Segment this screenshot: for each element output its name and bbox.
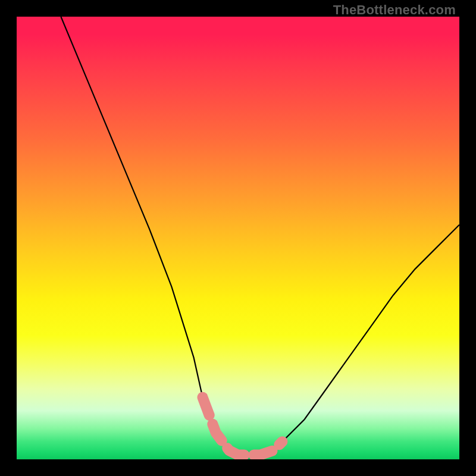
bottleneck-curve-line: [61, 17, 459, 455]
optimal-zone-highlight: [203, 397, 283, 455]
watermark-text: TheBottleneck.com: [333, 2, 456, 18]
chart-svg: [17, 17, 459, 459]
plot-area: [17, 17, 459, 459]
chart-frame: TheBottleneck.com: [0, 0, 476, 476]
